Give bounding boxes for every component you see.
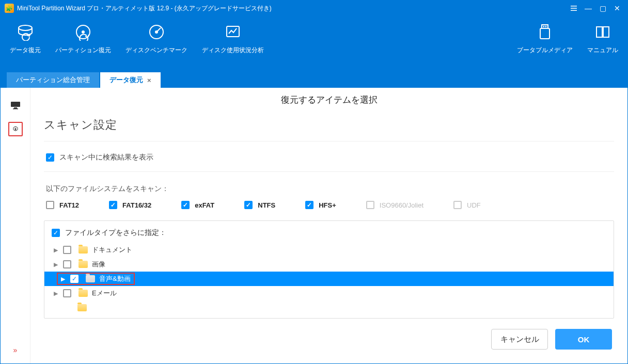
fs-ntfs[interactable]: NTFS bbox=[244, 201, 275, 209]
titlebar: 🧩 MiniTool Partition Wizard プロ・アルティメット版 … bbox=[1, 1, 627, 16]
chevron-right-icon[interactable]: ▶ bbox=[54, 247, 62, 254]
filetype-tree: ▶ ドキュメント ▶ 画像 ▶ 音声&動画 bbox=[44, 243, 614, 315]
maximize-button[interactable]: ▢ bbox=[596, 2, 609, 14]
ribbon-label: ディスクベンチマーク bbox=[125, 46, 187, 55]
disk-usage-icon bbox=[224, 23, 242, 41]
show-results-checkbox[interactable] bbox=[46, 153, 54, 162]
fs-udf: UDF bbox=[453, 201, 481, 209]
show-results-row[interactable]: スキャン中に検索結果を表示 bbox=[44, 141, 614, 172]
svg-rect-6 bbox=[542, 25, 548, 28]
tab-partition-management[interactable]: パーティション総合管理 bbox=[7, 72, 99, 88]
manual-icon bbox=[594, 23, 611, 41]
window-title: MiniTool Partition Wizard プロ・アルティメット版 12… bbox=[17, 4, 272, 13]
ribbon-label: パーティション復元 bbox=[55, 46, 111, 55]
tree-row-extra bbox=[44, 300, 614, 315]
section-title: スキャン設定 bbox=[44, 113, 614, 141]
tree-label: ドキュメント bbox=[92, 245, 132, 255]
tree-email-checkbox[interactable] bbox=[63, 289, 71, 297]
filetype-block: ファイルタイプをさらに指定： ▶ ドキュメント ▶ 画像 ▶ bbox=[44, 220, 614, 319]
svg-point-2 bbox=[82, 30, 85, 34]
ribbon-label: マニュアル bbox=[587, 46, 618, 55]
filetype-header-label: ファイルタイプをさらに指定： bbox=[65, 228, 166, 238]
fs-hfs[interactable]: HFS+ bbox=[305, 201, 336, 209]
chevron-right-icon[interactable]: ▶ bbox=[54, 261, 62, 268]
ribbon-partition-recovery[interactable]: パーティション復元 bbox=[48, 20, 118, 70]
app-icon: 🧩 bbox=[5, 4, 14, 13]
svg-rect-9 bbox=[545, 26, 546, 27]
ribbon-data-recovery[interactable]: データ復元 bbox=[3, 20, 48, 70]
fs-fat1632[interactable]: FAT16/32 bbox=[109, 201, 151, 209]
minimize-button[interactable]: — bbox=[582, 2, 594, 14]
content-area: 復元するアイテムを選択 スキャン設定 スキャン中に検索結果を表示 以下のファイル… bbox=[30, 88, 627, 364]
ribbon-manual[interactable]: マニュアル bbox=[580, 20, 625, 70]
fs-exfat[interactable]: exFAT bbox=[181, 201, 214, 209]
tab-label: データ復元 bbox=[109, 75, 143, 85]
tree-row-documents[interactable]: ▶ ドキュメント bbox=[44, 243, 614, 257]
fs-fat12-checkbox[interactable] bbox=[46, 201, 54, 209]
svg-rect-11 bbox=[14, 107, 17, 108]
fs-udf-checkbox bbox=[453, 201, 462, 209]
ribbon: データ復元 パーティション復元 ディスクベンチマーク ディスク使用状況分析 ブー… bbox=[1, 16, 627, 70]
svg-rect-8 bbox=[543, 26, 544, 27]
action-bar: キャンセル OK bbox=[44, 319, 614, 355]
tab-data-recovery[interactable]: データ復元 × bbox=[100, 72, 161, 88]
tree-label: 画像 bbox=[92, 260, 105, 269]
folder-icon bbox=[77, 304, 87, 311]
filesystem-row: FAT12 FAT16/32 exFAT NTFS HFS+ ISO9660/J… bbox=[44, 201, 614, 220]
folder-icon bbox=[78, 290, 88, 297]
fs-fat1632-checkbox[interactable] bbox=[109, 201, 117, 209]
show-results-label: スキャン中に検索結果を表示 bbox=[59, 153, 153, 162]
fs-fat12[interactable]: FAT12 bbox=[46, 201, 79, 209]
tree-row-audio-video[interactable]: ▶ 音声&動画 bbox=[44, 272, 614, 286]
ribbon-bootable-media[interactable]: ブータブルメディア bbox=[510, 20, 580, 70]
tree-label: 音声&動画 bbox=[99, 274, 131, 283]
fs-ntfs-checkbox[interactable] bbox=[244, 201, 253, 209]
page-title: 復元するアイテムを選択 bbox=[44, 94, 614, 106]
svg-point-0 bbox=[19, 25, 32, 30]
body: » 復元するアイテムを選択 スキャン設定 スキャン中に検索結果を表示 以下のファ… bbox=[1, 88, 627, 364]
tree-label: Eメール bbox=[92, 289, 117, 298]
svg-point-13 bbox=[14, 128, 16, 130]
ribbon-label: データ復元 bbox=[10, 46, 41, 55]
svg-rect-10 bbox=[11, 102, 20, 107]
rail-settings-button[interactable] bbox=[8, 122, 23, 136]
ok-button[interactable]: OK bbox=[555, 329, 612, 350]
side-rail: » bbox=[1, 88, 30, 364]
fs-iso-checkbox bbox=[366, 201, 374, 209]
chevron-right-icon[interactable]: ▶ bbox=[61, 276, 69, 282]
partition-recovery-icon bbox=[74, 23, 92, 41]
tree-row-images[interactable]: ▶ 画像 bbox=[44, 257, 614, 272]
data-recovery-icon bbox=[17, 23, 34, 41]
filesystem-heading: 以下のファイルシステムをスキャン： bbox=[44, 172, 614, 201]
usb-icon bbox=[536, 23, 554, 41]
tab-close-icon[interactable]: × bbox=[147, 76, 151, 84]
svg-rect-7 bbox=[540, 28, 550, 39]
ribbon-label: ディスク使用状況分析 bbox=[202, 46, 264, 55]
rail-monitor-button[interactable] bbox=[8, 98, 23, 113]
filetype-header-row[interactable]: ファイルタイプをさらに指定： bbox=[44, 228, 614, 243]
selection-highlight: ▶ 音声&動画 bbox=[57, 273, 135, 285]
chevron-right-icon[interactable]: ▶ bbox=[54, 290, 62, 297]
benchmark-icon bbox=[148, 23, 165, 41]
fs-hfs-checkbox[interactable] bbox=[305, 201, 313, 209]
close-button[interactable]: ✕ bbox=[611, 2, 623, 14]
fs-iso: ISO9660/Joliet bbox=[366, 201, 423, 209]
ribbon-disk-usage[interactable]: ディスク使用状況分析 bbox=[195, 20, 271, 70]
tree-row-email[interactable]: ▶ Eメール bbox=[44, 286, 614, 300]
hamburger-menu-button[interactable] bbox=[568, 2, 580, 14]
ribbon-label: ブータブルメディア bbox=[517, 46, 573, 55]
folder-icon bbox=[86, 275, 95, 282]
rail-expand-button[interactable]: » bbox=[13, 346, 18, 354]
svg-rect-12 bbox=[13, 108, 18, 109]
cancel-button[interactable]: キャンセル bbox=[491, 329, 548, 350]
filetype-checkbox[interactable] bbox=[52, 229, 60, 237]
fs-exfat-checkbox[interactable] bbox=[181, 201, 190, 209]
tree-documents-checkbox[interactable] bbox=[63, 246, 71, 254]
ribbon-disk-benchmark[interactable]: ディスクベンチマーク bbox=[118, 20, 195, 70]
folder-icon bbox=[78, 261, 88, 268]
tree-audio-video-checkbox[interactable] bbox=[70, 275, 78, 283]
tabs: パーティション総合管理 データ復元 × bbox=[1, 70, 627, 88]
folder-icon bbox=[78, 246, 88, 254]
tree-images-checkbox[interactable] bbox=[63, 260, 71, 268]
